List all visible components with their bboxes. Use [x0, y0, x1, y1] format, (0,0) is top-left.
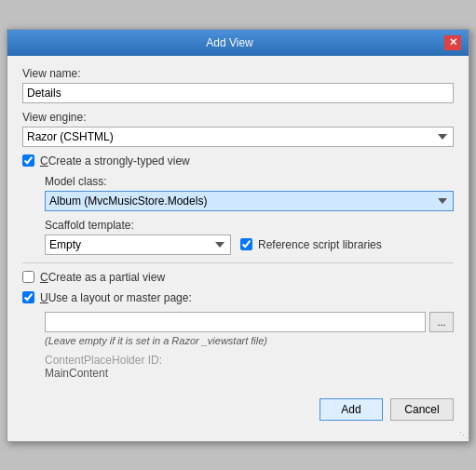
model-class-group: Model class: Album (MvcMusicStore.Models…	[45, 175, 454, 211]
partial-view-row: CCreate as a partial view	[22, 271, 454, 284]
add-view-dialog: Add View ✕ View name: View engine: Razor…	[7, 29, 469, 442]
use-layout-row: UUse a layout or master page:	[22, 291, 454, 304]
reference-scripts-label: Reference script libraries	[258, 238, 382, 251]
resize-handle[interactable]: ⋱	[7, 432, 469, 441]
partial-view-label: CCreate as a partial view	[40, 271, 165, 284]
model-class-select[interactable]: Album (MvcMusicStore.Models)	[45, 191, 454, 211]
strongly-typed-checkbox[interactable]	[22, 154, 34, 167]
view-name-label: View name:	[22, 67, 454, 80]
scaffold-template-group: Scaffold template: Empty Create Delete D…	[45, 219, 454, 255]
layout-path-input[interactable]	[45, 312, 426, 332]
use-layout-checkbox[interactable]	[22, 291, 34, 303]
layout-hint: (Leave empty if it is set in a Razor _vi…	[45, 335, 454, 346]
scaffold-template-row: Empty Create Delete Details Edit List Re…	[45, 235, 454, 255]
browse-button[interactable]: ...	[429, 312, 454, 332]
resize-dots-icon: ⋱	[459, 431, 467, 440]
strongly-typed-row: CCreate a strongly-typed view	[22, 154, 454, 168]
use-layout-label: UUse a layout or master page:	[40, 291, 192, 304]
model-class-label: Model class:	[45, 175, 454, 188]
dialog-title: Add View	[15, 36, 444, 49]
reference-scripts-row: Reference script libraries	[240, 238, 382, 251]
divider-1	[22, 262, 454, 263]
reference-scripts-checkbox[interactable]	[240, 238, 252, 250]
add-button[interactable]: Add	[320, 398, 383, 421]
strongly-typed-section: Model class: Album (MvcMusicStore.Models…	[45, 175, 454, 255]
cancel-button[interactable]: Cancel	[390, 398, 454, 421]
scaffold-template-label: Scaffold template:	[45, 219, 454, 232]
dialog-content: View name: View engine: Razor (CSHTML) A…	[7, 56, 469, 391]
view-name-group: View name:	[22, 67, 454, 103]
partial-view-checkbox[interactable]	[22, 271, 34, 283]
view-engine-select[interactable]: Razor (CSHTML) ASPX Razor (VBHTML)	[22, 127, 454, 147]
layout-input-row: ...	[45, 312, 454, 332]
view-engine-group: View engine: Razor (CSHTML) ASPX Razor (…	[22, 111, 454, 147]
dialog-footer: Add Cancel	[7, 391, 469, 432]
content-placeholder-value: MainContent	[45, 367, 454, 380]
titlebar: Add View ✕	[7, 30, 469, 56]
close-button[interactable]: ✕	[444, 35, 461, 50]
content-placeholder-group: ContentPlaceHolder ID: MainContent	[45, 354, 454, 380]
view-engine-label: View engine:	[22, 111, 454, 124]
content-placeholder-label: ContentPlaceHolder ID:	[45, 354, 454, 367]
view-name-input[interactable]	[22, 83, 454, 103]
strongly-typed-label: CCreate a strongly-typed view	[40, 154, 190, 168]
scaffold-template-select[interactable]: Empty Create Delete Details Edit List	[45, 235, 231, 255]
